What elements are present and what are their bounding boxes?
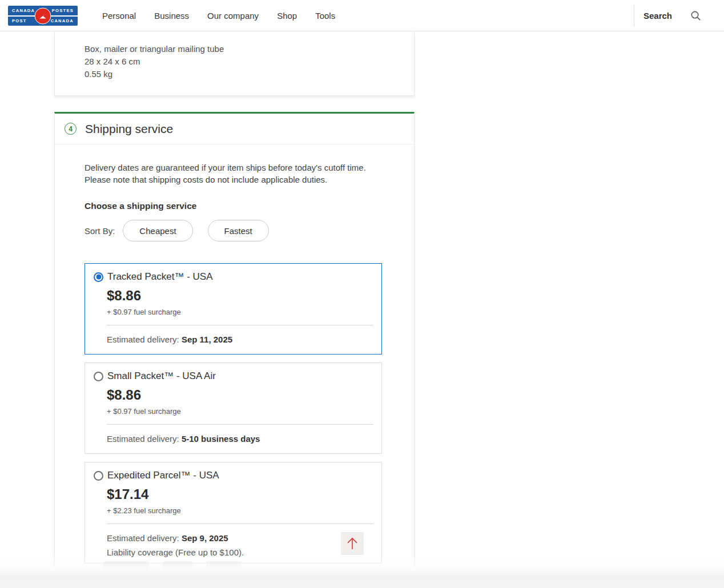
estimated-delivery-value: Sep 11, 2025 (182, 335, 232, 344)
service-price: $17.14 (107, 486, 373, 502)
price-block: $8.86 + $0.97 fuel surcharge (107, 387, 373, 416)
search-label[interactable]: Search (643, 11, 672, 21)
nav-personal[interactable]: Personal (102, 11, 136, 21)
price-block: $17.14 + $2.23 fuel surcharge (107, 486, 373, 515)
sort-controls: Sort By: Cheapest Fastest (85, 220, 385, 241)
option-divider (107, 424, 373, 425)
search-area: Search (643, 0, 701, 31)
nav-tools[interactable]: Tools (315, 11, 335, 21)
section-title: Shipping service (85, 122, 173, 136)
estimated-delivery: Estimated delivery: 5-10 business days (107, 434, 373, 444)
shipping-service-section: 4 Shipping service Delivery dates are gu… (54, 112, 415, 588)
service-option-tracked-packet-usa[interactable]: Tracked Packet™ - USA $8.86 + $0.97 fuel… (85, 263, 382, 355)
estimated-delivery-value: 5-10 business days (182, 434, 260, 444)
fuel-surcharge: + $0.97 fuel surcharge (107, 308, 373, 316)
estimated-delivery-label: Estimated delivery: (107, 533, 179, 543)
main-nav: Personal Business Our company Shop Tools (102, 0, 335, 31)
package-summary-card: Box, mailer or triangular mailing tube 2… (54, 31, 415, 96)
service-price: $8.86 (107, 288, 373, 304)
site-header: CANADA POSTES POST CANADA Personal Busin… (0, 0, 724, 31)
service-name: Tracked Packet™ - USA (107, 271, 213, 283)
service-name: Small Packet™ - USA Air (107, 370, 216, 382)
price-block: $8.86 + $0.97 fuel surcharge (107, 288, 373, 316)
section-body: Delivery dates are guaranteed if your it… (55, 144, 414, 563)
sort-by-label: Sort By: (85, 226, 115, 236)
back-to-top-button[interactable] (341, 532, 364, 555)
radio-small-packet-usa-air[interactable] (94, 372, 103, 381)
delivery-disclaimer: Delivery dates are guaranteed if your it… (85, 162, 385, 186)
service-price: $8.86 (107, 387, 373, 403)
fuel-surcharge: + $0.97 fuel surcharge (107, 407, 373, 416)
nav-our-company[interactable]: Our company (207, 11, 259, 21)
step-number-badge: 4 (65, 123, 77, 135)
liability-coverage-note: Liability coverage (Free up to $100). (107, 547, 373, 557)
option-head: Tracked Packet™ - USA (94, 271, 373, 283)
wing-emblem-icon (35, 7, 51, 24)
fuel-surcharge: + $2.23 fuel surcharge (107, 506, 373, 515)
package-type: Box, mailer or triangular mailing tube (85, 43, 403, 55)
option-divider (107, 523, 373, 524)
estimated-delivery: Estimated delivery: Sep 9, 2025 (107, 533, 373, 543)
sort-cheapest-button[interactable]: Cheapest (123, 220, 192, 241)
package-dimensions: 28 x 24 x 6 cm (85, 55, 403, 68)
sort-fastest-button[interactable]: Fastest (208, 220, 269, 241)
search-icon[interactable] (690, 10, 701, 21)
estimated-delivery: Estimated delivery: Sep 11, 2025 (107, 335, 373, 344)
estimated-delivery-label: Estimated delivery: (107, 434, 179, 444)
radio-tracked-packet-usa[interactable] (94, 272, 103, 282)
radio-expedited-parcel-usa[interactable] (94, 471, 103, 481)
page: CANADA POSTES POST CANADA Personal Busin… (0, 0, 724, 588)
up-arrow-icon (345, 536, 359, 551)
estimated-delivery-value: Sep 9, 2025 (182, 533, 228, 543)
faded-content-placeholder (103, 561, 242, 571)
nav-shop[interactable]: Shop (277, 11, 297, 21)
canada-post-logo[interactable]: CANADA POSTES POST CANADA (8, 6, 78, 26)
service-option-small-packet-usa-air[interactable]: Small Packet™ - USA Air $8.86 + $0.97 fu… (85, 363, 382, 454)
service-option-expedited-parcel-usa[interactable]: Expedited Parcel™ - USA $17.14 + $2.23 f… (85, 462, 382, 563)
choose-service-heading: Choose a shipping service (85, 201, 385, 211)
option-divider (107, 325, 373, 325)
section-header: 4 Shipping service (55, 114, 414, 144)
content-column: Box, mailer or triangular mailing tube 2… (54, 31, 415, 588)
service-name: Expedited Parcel™ - USA (107, 470, 219, 481)
option-head: Expedited Parcel™ - USA (94, 470, 373, 481)
estimated-delivery-label: Estimated delivery: (107, 335, 179, 344)
package-weight: 0.55 kg (85, 68, 403, 80)
option-head: Small Packet™ - USA Air (94, 370, 373, 382)
nav-business[interactable]: Business (154, 11, 189, 21)
header-divider (634, 5, 634, 26)
